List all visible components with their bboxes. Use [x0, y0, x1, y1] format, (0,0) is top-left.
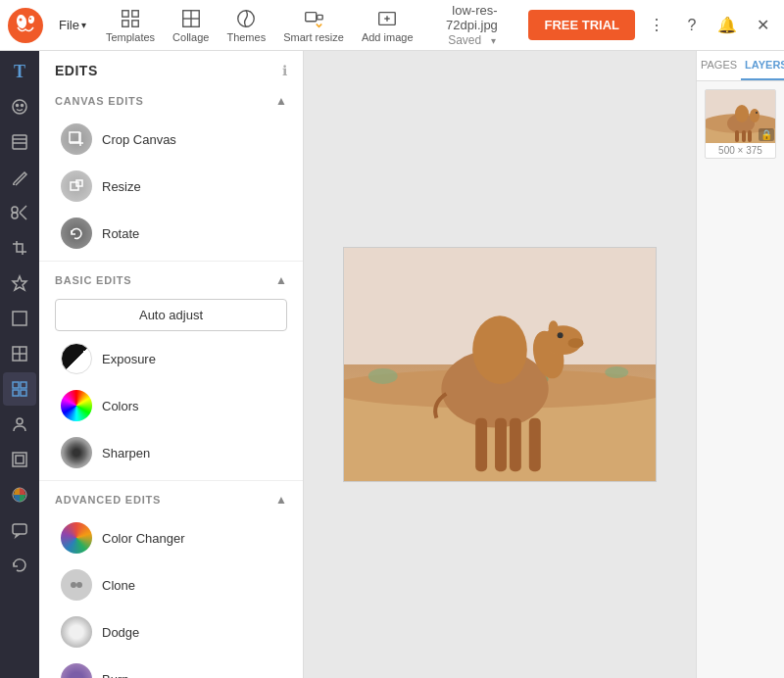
canvas-section-title: CANVAS EDITS	[55, 95, 144, 107]
page-thumb-image: 🔒	[706, 90, 776, 143]
app-logo[interactable]	[8, 8, 43, 43]
svg-point-58	[558, 332, 564, 338]
svg-point-3	[20, 18, 23, 21]
svg-rect-72	[742, 130, 746, 142]
basic-edits-header[interactable]: BASIC EDITS ▲	[39, 266, 303, 295]
topbar-themes[interactable]: Themes	[219, 4, 273, 47]
svg-point-50	[368, 368, 398, 384]
svg-rect-8	[132, 20, 138, 25]
main-area: T	[0, 51, 784, 678]
clone-item[interactable]: Clone	[45, 561, 297, 608]
svg-point-68	[735, 105, 749, 122]
edits-title: EDITS	[55, 63, 98, 78]
page-thumb-size: 500 × 375	[706, 143, 775, 158]
right-tabs: PAGES LAYERS ✕	[697, 51, 784, 81]
close-button[interactable]: ✕	[749, 12, 776, 39]
resize-item[interactable]: Resize	[45, 163, 297, 210]
topbar-smart-resize[interactable]: Smart resize	[275, 4, 352, 47]
canvas-image[interactable]	[343, 247, 657, 482]
dodge-item[interactable]: Dodge	[45, 608, 297, 655]
topbar-templates[interactable]: Templates	[98, 4, 163, 47]
topbar-collage[interactable]: Collage	[165, 4, 217, 47]
canvas-image-inner	[344, 248, 656, 481]
svg-point-46	[76, 582, 82, 588]
tab-pages[interactable]: PAGES	[697, 51, 741, 80]
left-icon-shapes[interactable]	[3, 302, 36, 335]
crop-canvas-icon	[61, 123, 92, 155]
left-sidebar: T	[0, 51, 39, 678]
left-icon-brush[interactable]	[3, 161, 36, 194]
exposure-item[interactable]: Exposure	[45, 335, 297, 382]
thumb-lock-icon: 🔒	[759, 128, 774, 141]
svg-point-51	[605, 366, 628, 378]
topbar-add-image[interactable]: Add image	[354, 4, 421, 47]
left-icon-frame[interactable]	[3, 443, 36, 476]
left-icon-transform[interactable]	[3, 337, 36, 370]
free-trial-button[interactable]: FREE TRIAL	[528, 10, 635, 40]
svg-point-70	[756, 112, 758, 114]
crop-canvas-item[interactable]: Crop Canvas	[45, 116, 297, 163]
sharpen-label: Sharpen	[102, 446, 150, 460]
svg-rect-31	[13, 382, 19, 388]
left-icon-stickers[interactable]	[3, 372, 36, 406]
svg-rect-61	[495, 418, 507, 472]
sharpen-icon	[61, 437, 92, 468]
svg-point-45	[71, 582, 76, 588]
crop-canvas-label: Crop Canvas	[102, 132, 176, 147]
left-icon-text[interactable]: T	[3, 55, 36, 88]
rotate-item[interactable]: Rotate	[45, 210, 297, 257]
saved-status: Saved	[448, 33, 481, 47]
canvas-edits-header[interactable]: CANVAS EDITS ▲	[39, 86, 303, 116]
more-options-button[interactable]: ⋮	[643, 12, 670, 39]
burn-item[interactable]: Burn	[45, 655, 297, 678]
color-changer-icon	[61, 522, 92, 554]
svg-rect-37	[16, 456, 24, 463]
svg-point-35	[17, 418, 23, 424]
color-changer-label: Color Changer	[102, 531, 185, 546]
sharpen-item[interactable]: Sharpen	[45, 429, 297, 476]
advanced-edits-header[interactable]: ADVANCED EDITS ▲	[39, 485, 303, 514]
dodge-label: Dodge	[102, 625, 139, 640]
notifications-button[interactable]: 🔔	[713, 12, 741, 39]
colors-icon	[61, 390, 92, 421]
dodge-icon	[61, 616, 92, 648]
left-icon-person[interactable]	[3, 408, 36, 441]
divider-2	[39, 480, 303, 481]
left-icon-effects[interactable]	[3, 266, 36, 300]
edits-info-icon[interactable]: ℹ	[282, 63, 287, 78]
svg-point-54	[472, 315, 527, 384]
left-icon-history[interactable]	[3, 549, 36, 582]
burn-icon	[61, 663, 92, 678]
exposure-icon	[61, 343, 92, 374]
colors-item[interactable]: Colors	[45, 382, 297, 429]
svg-point-24	[12, 207, 18, 213]
file-menu[interactable]: File ▾	[51, 14, 94, 36]
tab-layers[interactable]: LAYERS	[741, 51, 784, 80]
basic-section-title: BASIC EDITS	[55, 274, 131, 286]
left-icon-layers[interactable]	[3, 125, 36, 159]
topbar-tools: Templates Collage Themes Smart resize Ad…	[98, 4, 421, 47]
exposure-label: Exposure	[102, 352, 156, 366]
svg-point-57	[568, 338, 584, 348]
topbar-actions: FREE TRIAL ⋮ ? 🔔 ✕	[528, 10, 776, 40]
svg-point-20	[22, 105, 24, 107]
canvas-area	[304, 51, 696, 678]
left-icon-crop[interactable]	[3, 231, 36, 265]
resize-label: Resize	[102, 179, 141, 194]
svg-rect-34	[21, 390, 26, 396]
left-icon-scissors[interactable]	[3, 196, 36, 229]
svg-rect-63	[529, 418, 541, 472]
help-button[interactable]: ?	[678, 12, 706, 39]
svg-rect-39	[13, 524, 26, 534]
clone-label: Clone	[102, 578, 135, 593]
left-icon-speech[interactable]	[3, 513, 36, 547]
svg-rect-5	[122, 10, 128, 16]
divider-1	[39, 261, 303, 262]
page-thumbnail[interactable]: 🔒 500 × 375	[705, 89, 776, 159]
color-changer-item[interactable]: Color Changer	[45, 514, 297, 561]
left-icon-color-wheel[interactable]	[3, 478, 36, 511]
right-panel: PAGES LAYERS ✕ 🔒 500	[696, 51, 784, 678]
auto-adjust-button[interactable]: Auto adjust	[55, 299, 287, 331]
left-icon-face[interactable]	[3, 90, 36, 123]
svg-rect-40	[70, 132, 79, 142]
